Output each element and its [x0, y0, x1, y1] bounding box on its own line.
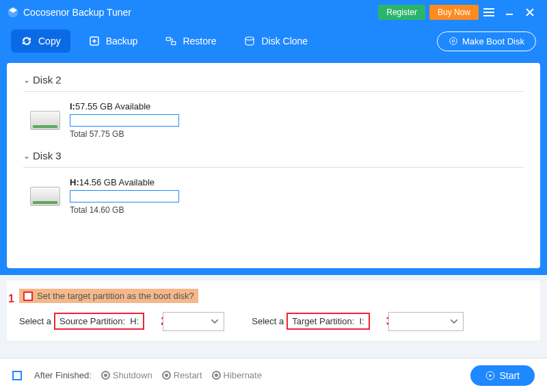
radio-shutdown[interactable]: Shutdown — [101, 370, 152, 380]
svg-point-4 — [245, 37, 254, 40]
tab-disk-clone[interactable]: Disk Clone — [234, 29, 317, 53]
radio-icon — [162, 371, 171, 380]
play-icon — [485, 371, 495, 380]
title-bar: Cocosenor Backup Tuner Register Buy Now — [0, 0, 547, 25]
make-boot-disk-button[interactable]: Make Boot Disk — [437, 31, 536, 51]
disk-3-available: H:14.56 GB Available — [70, 177, 179, 187]
backup-icon — [88, 35, 101, 47]
svg-rect-3 — [172, 42, 176, 45]
disk-2-row: I:57.55 GB Available Total 57.75 GB — [23, 92, 524, 147]
source-partition-box: Source Partition: H: — [54, 313, 144, 330]
source-partition-group: Select a Source Partition: H: 2 — [19, 312, 224, 331]
drive-icon — [30, 187, 60, 206]
close-icon[interactable] — [520, 2, 540, 23]
main-toolbar: Copy Backup Restore Disk Clone Make Boot… — [0, 25, 547, 63]
tab-backup[interactable]: Backup — [79, 29, 148, 53]
disk-2-available: I:57.55 GB Available — [70, 101, 179, 112]
target-partition-group: Select a Target Partition: I: 3 — [252, 312, 463, 331]
disc-icon — [449, 36, 458, 46]
logo-icon — [7, 6, 19, 18]
app-logo: Cocosenor Backup Tuner — [7, 6, 131, 18]
annotation-1: 1 — [8, 293, 14, 305]
tab-restore[interactable]: Restore — [155, 29, 226, 53]
svg-rect-2 — [167, 38, 171, 41]
target-partition-box: Target Partition: I: — [286, 313, 370, 330]
minimize-icon[interactable] — [499, 2, 520, 23]
app-title: Cocosenor Backup Tuner — [23, 7, 131, 18]
buy-now-button[interactable]: Buy Now — [429, 5, 479, 20]
restore-icon — [165, 35, 177, 47]
disk-2-header[interactable]: ⌄ Disk 2 — [23, 74, 524, 92]
chevron-down-icon — [211, 319, 218, 324]
svg-point-6 — [452, 40, 455, 42]
chevron-down-icon — [451, 319, 457, 324]
register-button[interactable]: Register — [378, 5, 425, 20]
disk-3-row: H:14.56 GB Available Total 14.60 GB — [23, 168, 524, 223]
disk-list-panel: ⌄ Disk 2 I:57.55 GB Available Total 57.7… — [7, 63, 540, 268]
radio-icon — [212, 371, 221, 380]
disk-3-partition-bar[interactable] — [70, 190, 179, 202]
radio-icon — [101, 371, 110, 380]
chevron-down-icon: ⌄ — [23, 75, 30, 85]
menu-icon[interactable] — [479, 2, 499, 23]
disk-clone-icon — [243, 35, 256, 47]
disk-3-total: Total 14.60 GB — [70, 205, 179, 215]
svg-point-5 — [450, 38, 457, 45]
source-partition-dropdown[interactable] — [163, 312, 224, 331]
start-button[interactable]: Start — [470, 365, 535, 386]
refresh-icon — [21, 35, 33, 47]
boot-disk-checkbox[interactable] — [23, 291, 33, 301]
disk-2-partition-bar[interactable] — [70, 114, 179, 127]
partition-selection-panel: 1 Set the target partition as the boot d… — [7, 280, 540, 341]
after-finished-label: After Finished: — [34, 370, 92, 380]
tab-copy[interactable]: Copy — [11, 29, 70, 53]
radio-restart[interactable]: Restart — [162, 370, 202, 380]
chevron-down-icon: ⌄ — [23, 151, 30, 161]
after-finished-checkbox[interactable] — [12, 371, 22, 380]
disk-2-total: Total 57.75 GB — [70, 129, 179, 139]
drive-icon — [30, 111, 60, 130]
radio-hibernate[interactable]: Hibernate — [212, 370, 262, 380]
target-partition-dropdown[interactable] — [388, 312, 464, 331]
footer-bar: After Finished: Shutdown Restart Hiberna… — [0, 358, 547, 392]
boot-disk-checkbox-row[interactable]: Set the target partition as the boot dis… — [19, 289, 198, 303]
disk-3-header[interactable]: ⌄ Disk 3 — [23, 147, 524, 168]
